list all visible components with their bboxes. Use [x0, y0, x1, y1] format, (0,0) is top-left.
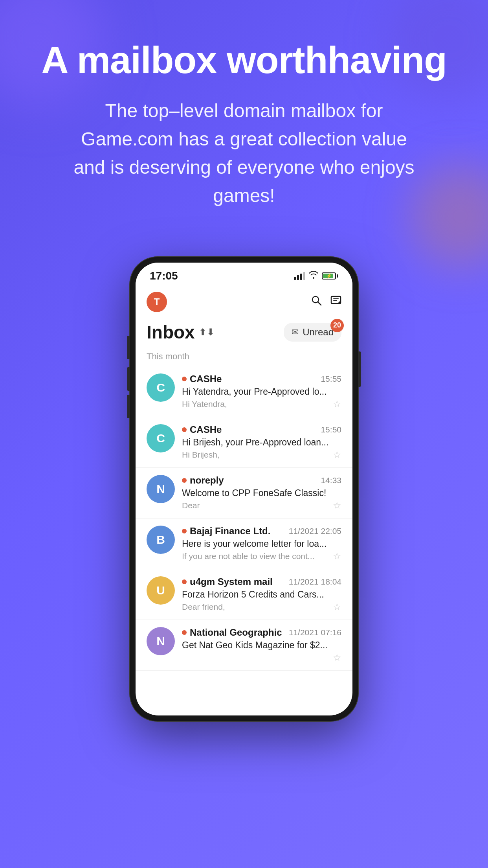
- email-avatar: C: [147, 373, 175, 402]
- avatar[interactable]: T: [147, 292, 167, 312]
- email-preview: Dear friend,: [182, 602, 329, 612]
- unread-dot: [182, 427, 187, 432]
- sender-name: CASHe: [190, 373, 222, 384]
- email-sender: CASHe: [182, 373, 222, 384]
- email-item[interactable]: N National Geographic 11/2021 07:16 Get …: [136, 620, 352, 671]
- email-sender: Bajaj Finance Ltd.: [182, 526, 270, 537]
- status-time: 17:05: [150, 270, 178, 282]
- sender-name: noreply: [190, 475, 224, 486]
- star-icon[interactable]: ☆: [333, 551, 341, 562]
- email-subject: Forza Horizon 5 Credits and Cars...: [182, 589, 341, 600]
- email-avatar: N: [147, 627, 175, 655]
- inbox-title-row: Inbox ⬆⬇ 20 ✉ Unread: [136, 318, 352, 348]
- status-bar: 17:05 ⚡: [136, 263, 352, 286]
- email-content: National Geographic 11/2021 07:16 Get Na…: [182, 627, 341, 663]
- email-content: u4gm System mail 11/2021 18:04 Forza Hor…: [182, 576, 341, 612]
- battery-icon: ⚡: [322, 272, 338, 280]
- email-avatar: N: [147, 475, 175, 503]
- email-top-row: CASHe 15:50: [182, 424, 341, 435]
- email-time: 15:50: [321, 425, 341, 434]
- email-content: CASHe 15:50 Hi Brijesh, your Pre-Approve…: [182, 424, 341, 460]
- email-item[interactable]: N noreply 14:33 Welcome to CPP FoneSafe …: [136, 468, 352, 519]
- email-top-row: National Geographic 11/2021 07:16: [182, 627, 341, 638]
- email-time: 11/2021 18:04: [289, 577, 341, 587]
- unread-label: Unread: [303, 327, 334, 338]
- email-top-row: Bajaj Finance Ltd. 11/2021 22:05: [182, 526, 341, 537]
- email-item[interactable]: C CASHe 15:50 Hi Brijesh, your Pre-Appro…: [136, 417, 352, 468]
- unread-button[interactable]: 20 ✉ Unread: [284, 323, 341, 342]
- app-header: T: [136, 286, 352, 318]
- email-time: 15:55: [321, 374, 341, 384]
- inbox-title-group: Inbox ⬆⬇: [147, 322, 215, 343]
- phone-screen: 17:05 ⚡: [136, 263, 352, 715]
- email-item[interactable]: B Bajaj Finance Ltd. 11/2021 22:05 Here …: [136, 519, 352, 569]
- unread-dot: [182, 478, 187, 483]
- status-icons: ⚡: [294, 271, 338, 281]
- inbox-sort-arrow[interactable]: ⬆⬇: [199, 327, 215, 338]
- header-actions: [311, 295, 341, 309]
- star-icon[interactable]: ☆: [333, 652, 341, 663]
- email-sender: u4gm System mail: [182, 576, 273, 587]
- unread-dot: [182, 529, 187, 533]
- unread-dot: [182, 377, 187, 381]
- email-item[interactable]: U u4gm System mail 11/2021 18:04 Forza H…: [136, 569, 352, 620]
- email-preview: If you are not able to view the cont...: [182, 552, 329, 561]
- subtitle: The top–level domain mailbox for Game.co…: [67, 97, 421, 210]
- compose-icon[interactable]: [330, 295, 341, 309]
- star-icon[interactable]: ☆: [333, 500, 341, 511]
- email-preview: Dear: [182, 501, 329, 510]
- email-avatar: B: [147, 526, 175, 554]
- email-preview: Hi Brijesh,: [182, 450, 329, 460]
- unread-dot: [182, 630, 187, 635]
- email-content: CASHe 15:55 Hi Yatendra, your Pre-Approv…: [182, 373, 341, 410]
- email-subject: Welcome to CPP FoneSafe Classic!: [182, 488, 341, 498]
- email-preview-row: If you are not able to view the cont... …: [182, 551, 341, 562]
- email-sender: National Geographic: [182, 627, 282, 638]
- email-preview-row: Dear friend, ☆: [182, 601, 341, 612]
- email-top-row: u4gm System mail 11/2021 18:04: [182, 576, 341, 587]
- wifi-icon: [308, 271, 319, 281]
- inbox-label: Inbox: [147, 322, 195, 343]
- email-sender: CASHe: [182, 424, 222, 435]
- email-content: Bajaj Finance Ltd. 11/2021 22:05 Here is…: [182, 526, 341, 562]
- email-preview: Hi Yatendra,: [182, 399, 329, 409]
- email-time: 14:33: [321, 476, 341, 485]
- email-sender: noreply: [182, 475, 224, 486]
- phone-outer: 17:05 ⚡: [130, 257, 358, 721]
- email-avatar: U: [147, 576, 175, 605]
- email-preview-row: Dear ☆: [182, 500, 341, 511]
- unread-badge: 20: [330, 319, 344, 332]
- search-icon[interactable]: [311, 295, 322, 309]
- email-subject: Get Nat Geo Kids Magazine for $2...: [182, 640, 341, 651]
- email-avatar: C: [147, 424, 175, 452]
- email-top-row: noreply 14:33: [182, 475, 341, 486]
- sender-name: National Geographic: [190, 627, 282, 638]
- email-list: C CASHe 15:55 Hi Yatendra, your Pre-Appr…: [136, 366, 352, 671]
- email-time: 11/2021 22:05: [289, 526, 341, 536]
- email-item[interactable]: C CASHe 15:55 Hi Yatendra, your Pre-Appr…: [136, 366, 352, 417]
- email-preview-row: Hi Brijesh, ☆: [182, 449, 341, 460]
- star-icon[interactable]: ☆: [333, 601, 341, 612]
- email-preview-row: Hi Yatendra, ☆: [182, 399, 341, 410]
- sender-name: Bajaj Finance Ltd.: [190, 526, 270, 537]
- email-content: noreply 14:33 Welcome to CPP FoneSafe Cl…: [182, 475, 341, 511]
- email-preview-row: ☆: [182, 652, 341, 663]
- star-icon[interactable]: ☆: [333, 449, 341, 460]
- email-top-row: CASHe 15:55: [182, 373, 341, 384]
- email-subject: Hi Yatendra, your Pre-Approved lo...: [182, 386, 341, 397]
- star-icon[interactable]: ☆: [333, 399, 341, 410]
- unread-dot: [182, 579, 187, 584]
- email-subject: Hi Brijesh, your Pre-Approved loan...: [182, 437, 341, 448]
- main-title: A mailbox worthhaving: [24, 39, 464, 81]
- sender-name: CASHe: [190, 424, 222, 435]
- email-time: 11/2021 07:16: [289, 628, 341, 637]
- svg-line-1: [318, 302, 321, 305]
- sender-name: u4gm System mail: [190, 576, 273, 587]
- section-label: This month: [136, 348, 352, 366]
- envelope-icon: ✉: [292, 327, 299, 337]
- signal-icon: [294, 272, 305, 280]
- email-subject: Here is your welcome letter for loa...: [182, 539, 341, 549]
- header-section: A mailbox worthhaving The top–level doma…: [0, 0, 488, 234]
- phone-wrapper: 17:05 ⚡: [0, 257, 488, 721]
